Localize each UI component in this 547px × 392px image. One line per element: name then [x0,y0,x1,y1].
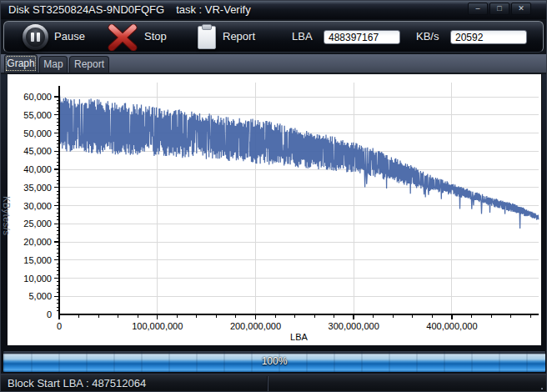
status-bar: Block Start LBA : 487512064 [1,374,547,392]
svg-text:0: 0 [57,321,62,331]
progress-bar: 100% [3,350,546,373]
status-text: Block Start LBA : 487512064 [8,374,146,392]
speed-chart: 05,00010,00015,00020,00025,00030,00035,0… [8,74,541,345]
kbs-input[interactable] [450,30,527,44]
svg-text:200,000,000: 200,000,000 [230,321,281,331]
svg-text:35,000: 35,000 [23,183,52,193]
task-title: task : VR-Verify [176,3,251,16]
window-controls: – □ ✕ [468,3,531,15]
tab-map[interactable]: Map [39,56,68,73]
stop-icon[interactable] [108,24,138,51]
svg-text:400,000,000: 400,000,000 [426,321,477,331]
stop-button[interactable]: Stop [144,22,167,52]
svg-text:60,000: 60,000 [23,92,52,102]
window-title: Disk ST3250824AS-9ND0FQFGtask : VR-Verif… [8,1,251,19]
maximize-button[interactable]: □ [489,3,509,15]
disk-title: Disk ST3250824AS-9ND0FQFG [8,3,164,16]
svg-text:30,000: 30,000 [23,201,52,211]
minimize-button[interactable]: – [468,3,488,15]
svg-text:5,000: 5,000 [28,291,52,301]
svg-text:20,000: 20,000 [23,237,52,247]
tab-graph[interactable]: Graph [4,54,38,73]
title-bar: Disk ST3250824AS-9ND0FQFGtask : VR-Verif… [1,1,547,19]
progress-percent: 100% [3,351,545,372]
svg-text:0: 0 [47,309,52,319]
svg-text:10,000: 10,000 [23,274,52,284]
app-window: Disk ST3250824AS-9ND0FQFGtask : VR-Verif… [0,0,547,392]
lba-label: LBA [292,22,313,52]
lba-input[interactable] [324,30,400,44]
close-button[interactable]: ✕ [511,3,531,15]
pause-button[interactable]: Pause [54,22,85,52]
svg-text:100,000,000: 100,000,000 [132,321,183,331]
report-button[interactable]: Report [223,22,255,52]
chart-region: 05,00010,00015,00020,00025,00030,00035,0… [1,74,547,350]
svg-text:300,000,000: 300,000,000 [329,321,379,331]
tab-bar: Graph Map Report [1,54,547,74]
svg-text:50,000: 50,000 [23,128,52,138]
pause-icon[interactable] [23,24,48,50]
y-axis-label: KBytes/s [1,153,12,279]
report-icon[interactable] [198,26,216,49]
svg-text:45,000: 45,000 [23,146,52,156]
tab-report[interactable]: Report [69,56,109,73]
resize-grip[interactable] [534,388,536,389]
svg-text:25,000: 25,000 [23,219,52,229]
chart-panel: 05,00010,00015,00020,00025,00030,00035,0… [8,74,542,345]
svg-text:LBA: LBA [290,332,308,342]
svg-text:15,000: 15,000 [23,255,52,265]
svg-text:40,000: 40,000 [23,164,52,174]
kbs-label: KB/s [416,22,439,52]
svg-text:55,000: 55,000 [23,110,52,120]
toolbar: Pause Stop Report LBA KB/s [3,21,544,53]
status-divider [268,376,268,391]
